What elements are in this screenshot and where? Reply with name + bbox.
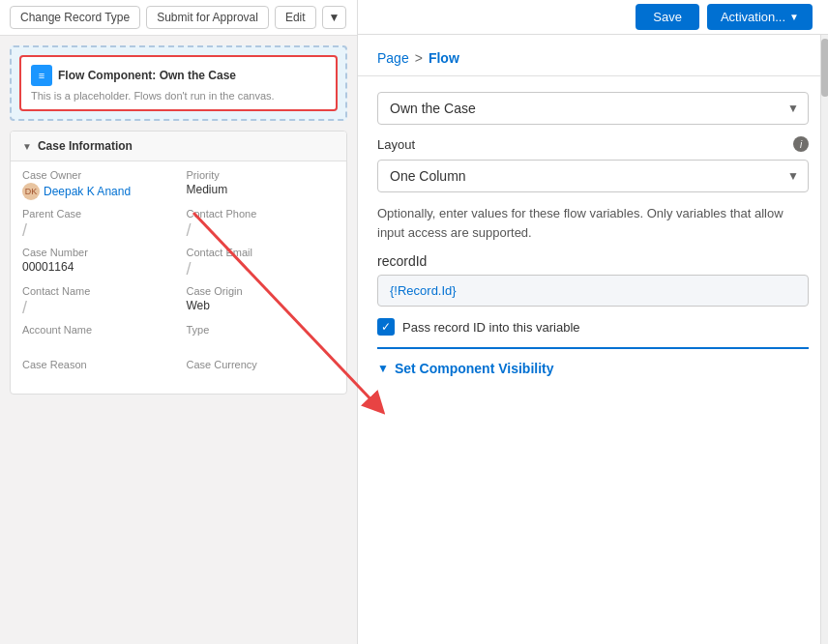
canvas-area: ≡ Flow Component: Own the Case This is a… xyxy=(10,45,347,121)
flow-select[interactable]: Own the Case xyxy=(377,92,809,125)
record-id-input[interactable] xyxy=(377,275,809,307)
scrollbar-thumb[interactable] xyxy=(821,39,828,97)
field-contact-email: Contact Email / xyxy=(187,247,336,278)
record-fields: Case Owner DK Deepak K Anand Priority Me… xyxy=(11,161,346,394)
field-contact-name: Contact Name / xyxy=(22,285,171,316)
dropdown-button[interactable]: ▼ xyxy=(322,6,347,29)
record-detail: ▼ Case Information Case Owner DK Deepak … xyxy=(10,131,347,395)
field-parent-case: Parent Case / xyxy=(22,208,171,239)
layout-label-row: Layout i xyxy=(377,136,809,152)
set-visibility-section: ▼ Set Component Visibility xyxy=(377,347,809,376)
breadcrumb-separator: > xyxy=(415,50,423,66)
flow-component-title: Flow Component: Own the Case xyxy=(58,69,236,82)
field-case-number: Case Number 00001164 xyxy=(22,247,171,278)
activation-chevron-icon: ▼ xyxy=(789,12,799,22)
record-id-section: recordId xyxy=(377,253,809,307)
layout-select[interactable]: One Column Two Column xyxy=(377,160,809,192)
right-panel: Save Activation... ▼ Page > Flow Own the… xyxy=(358,0,828,644)
left-panel: Change Record Type Submit for Approval E… xyxy=(0,0,358,644)
field-case-origin: Case Origin Web xyxy=(187,285,336,316)
pass-record-id-checkbox[interactable]: ✓ xyxy=(377,318,395,336)
save-button[interactable]: Save xyxy=(636,4,699,30)
field-type: Type xyxy=(187,324,336,351)
flow-component-subtitle: This is a placeholder. Flows don't run i… xyxy=(31,90,326,102)
field-priority: Priority Medium xyxy=(187,169,336,200)
set-visibility-header[interactable]: ▼ Set Component Visibility xyxy=(377,361,809,376)
flow-select-container: Own the Case ▼ xyxy=(377,92,809,125)
activation-button[interactable]: Activation... ▼ xyxy=(707,4,813,30)
right-panel-body: Own the Case ▼ Layout i One Column Two C… xyxy=(358,76,828,392)
field-case-currency: Case Currency xyxy=(187,359,336,386)
case-information-header: ▼ Case Information xyxy=(11,132,346,161)
scrollbar-track[interactable] xyxy=(820,35,828,644)
layout-info-icon[interactable]: i xyxy=(793,136,809,152)
owner-avatar-link[interactable]: DK Deepak K Anand xyxy=(22,183,171,200)
set-visibility-chevron-icon: ▼ xyxy=(377,362,389,375)
owner-avatar: DK xyxy=(22,183,40,200)
change-record-type-button[interactable]: Change Record Type xyxy=(10,6,140,29)
top-action-bar: Change Record Type Submit for Approval E… xyxy=(0,0,357,36)
edit-button[interactable]: Edit xyxy=(275,6,316,29)
field-case-owner: Case Owner DK Deepak K Anand xyxy=(22,169,171,200)
description-text: Optionally, enter values for these flow … xyxy=(377,204,809,242)
layout-section: Layout i One Column Two Column ▼ xyxy=(377,136,809,192)
submit-for-approval-button[interactable]: Submit for Approval xyxy=(146,6,269,29)
pass-record-id-row: ✓ Pass record ID into this variable xyxy=(377,318,809,336)
flow-icon: ≡ xyxy=(31,65,52,86)
breadcrumb-page[interactable]: Page xyxy=(377,50,409,66)
field-contact-phone: Contact Phone / xyxy=(187,208,336,239)
flow-component-header: ≡ Flow Component: Own the Case xyxy=(31,65,326,86)
breadcrumb-current: Flow xyxy=(429,50,459,66)
flow-component-box: ≡ Flow Component: Own the Case This is a… xyxy=(19,55,338,111)
pass-record-id-label: Pass record ID into this variable xyxy=(402,320,580,335)
breadcrumb-header: Page > Flow xyxy=(358,35,828,76)
layout-select-container: One Column Two Column ▼ xyxy=(377,160,809,192)
global-top-bar: Save Activation... ▼ xyxy=(358,0,828,35)
field-case-reason: Case Reason xyxy=(22,359,171,386)
section-chevron-icon: ▼ xyxy=(22,141,32,152)
field-account-name: Account Name xyxy=(22,324,171,351)
